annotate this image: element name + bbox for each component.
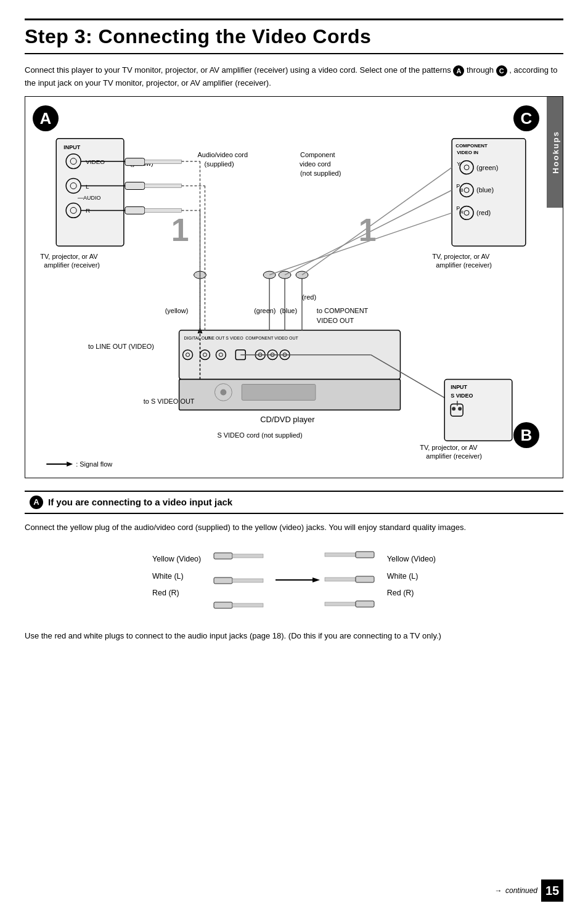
svg-text:S VIDEO: S VIDEO	[451, 393, 473, 399]
svg-text:amplifier (receiver): amplifier (receiver)	[426, 452, 482, 460]
cable-diagram: Yellow (Video) White (L) Red (R) Yellow …	[25, 545, 563, 619]
diagram-area: Hookups A C B INPUT VIDEO L —AUDIO	[25, 96, 563, 478]
page-number-area: → continued 15	[494, 879, 563, 902]
section-a-header: A If you are connecting to a video input…	[25, 491, 563, 514]
svg-rect-125	[325, 602, 356, 606]
svg-rect-122	[356, 552, 374, 558]
svg-text:R: R	[460, 210, 463, 214]
svg-text:(blue): (blue)	[476, 186, 494, 194]
svg-text:INPUT: INPUT	[451, 384, 467, 390]
cable-label-red-left: Red (R)	[152, 585, 201, 602]
svg-text:(not supplied): (not supplied)	[300, 169, 341, 176]
svg-text:TV, projector, or AV: TV, projector, or AV	[420, 444, 478, 451]
svg-text:—AUDIO: —AUDIO	[78, 195, 100, 201]
svg-text:1: 1	[359, 212, 377, 248]
svg-rect-42	[125, 182, 145, 189]
svg-text:amplifier (receiver): amplifier (receiver)	[436, 261, 492, 269]
svg-text:INPUT: INPUT	[63, 144, 80, 150]
svg-rect-116	[232, 554, 263, 558]
svg-text:LINE OUT: LINE OUT	[205, 335, 225, 340]
svg-text:to S VIDEO OUT: to S VIDEO OUT	[144, 398, 195, 405]
svg-text:Audio/video cord: Audio/video cord	[198, 150, 248, 158]
svg-rect-40	[145, 160, 182, 163]
svg-text:(red): (red)	[302, 293, 316, 301]
svg-marker-128	[312, 577, 320, 582]
svg-text:(red): (red)	[476, 209, 491, 216]
svg-rect-119	[214, 602, 232, 608]
intro-through: through	[467, 65, 496, 75]
svg-text:VIDEO OUT: VIDEO OUT	[317, 316, 354, 324]
svg-rect-126	[356, 601, 374, 607]
svg-text:COMPONENT VIDEO OUT: COMPONENT VIDEO OUT	[245, 335, 298, 340]
title-section: Step 3: Connecting the Video Cords	[25, 18, 563, 54]
circle-a-section: A	[30, 496, 43, 509]
svg-rect-0	[56, 138, 124, 245]
svg-text:TV, projector, or AV: TV, projector, or AV	[432, 253, 490, 260]
svg-text:video cord: video cord	[300, 160, 331, 167]
continued-label: continued	[505, 886, 537, 895]
svg-rect-121	[325, 553, 356, 557]
cable-label-white-left: White (L)	[152, 568, 201, 586]
intro-text: Connect this player to your TV monitor, …	[25, 64, 563, 90]
svg-rect-117	[214, 577, 232, 584]
svg-text:P: P	[456, 205, 460, 211]
svg-line-89	[302, 167, 452, 274]
intro-start: Connect this player to your TV monitor, …	[25, 65, 451, 75]
svg-text:amplifier (receiver): amplifier (receiver)	[44, 261, 100, 269]
cable-label-white-right: White (L)	[387, 568, 436, 586]
svg-rect-124	[356, 576, 374, 582]
svg-rect-123	[325, 577, 356, 581]
circle-c-inline: C	[496, 65, 507, 76]
svg-text:(green): (green)	[476, 163, 498, 171]
svg-point-98	[452, 407, 455, 410]
svg-rect-39	[125, 158, 145, 165]
svg-point-99	[458, 407, 462, 410]
section-a-body1: Connect the yellow plug of the audio/vid…	[25, 521, 563, 534]
circle-a-inline: A	[453, 65, 464, 76]
svg-text:(green): (green)	[254, 306, 276, 314]
svg-rect-118	[232, 579, 263, 582]
svg-rect-43	[145, 184, 182, 187]
cable-label-yellow-left: Yellow (Video)	[152, 551, 201, 568]
svg-text:Y: Y	[457, 160, 460, 166]
svg-rect-115	[214, 553, 232, 559]
svg-text:1: 1	[171, 212, 189, 248]
page-title: Step 3: Connecting the Video Cords	[25, 25, 371, 47]
svg-text:S VIDEO: S VIDEO	[226, 335, 243, 340]
svg-text:to COMPONENT: to COMPONENT	[317, 306, 369, 314]
section-a-header-text: If you are connecting to a video input j…	[48, 497, 232, 507]
svg-text:(supplied): (supplied)	[204, 160, 234, 167]
svg-text:VIDEO IN: VIDEO IN	[457, 149, 478, 155]
diagram-svg: INPUT VIDEO L —AUDIO R TV, projector, or…	[25, 97, 563, 478]
svg-rect-67	[242, 384, 316, 400]
svg-marker-105	[67, 462, 73, 467]
svg-text:(yellow): (yellow)	[165, 306, 189, 314]
svg-text:TV, projector, or AV: TV, projector, or AV	[40, 253, 98, 260]
svg-text:(blue): (blue)	[280, 306, 297, 314]
svg-rect-45	[125, 206, 145, 214]
page-container: Step 3: Connecting the Video Cords Conne…	[0, 0, 588, 914]
svg-text:: Signal flow: : Signal flow	[76, 460, 112, 468]
svg-text:S VIDEO cord (not supplied): S VIDEO cord (not supplied)	[217, 431, 302, 439]
svg-point-69	[220, 389, 226, 395]
svg-text:P: P	[456, 182, 460, 189]
svg-text:COMPONENT: COMPONENT	[455, 142, 488, 148]
section-a-body2: Use the red and white plugs to connect t…	[25, 630, 563, 643]
svg-text:to LINE OUT (VIDEO): to LINE OUT (VIDEO)	[88, 342, 154, 349]
svg-text:B: B	[460, 187, 463, 192]
cable-label-red-right: Red (R)	[387, 585, 436, 602]
svg-rect-100	[457, 401, 457, 406]
svg-rect-120	[232, 603, 263, 607]
continued-text: →	[494, 886, 502, 895]
cable-label-yellow-right: Yellow (Video)	[387, 551, 436, 568]
svg-text:Component: Component	[300, 150, 335, 158]
page-number: 15	[541, 879, 563, 902]
svg-text:CD/DVD player: CD/DVD player	[260, 415, 315, 424]
